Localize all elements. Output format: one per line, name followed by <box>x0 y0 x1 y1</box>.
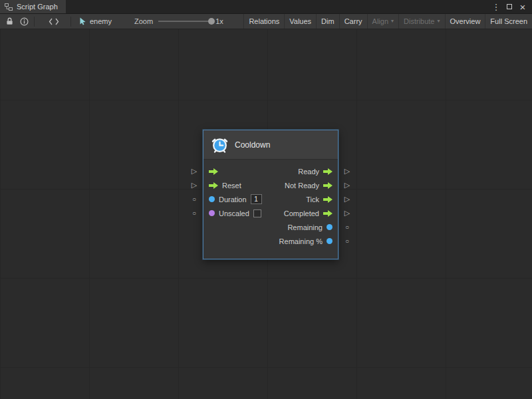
output-connectors <box>342 164 352 248</box>
zoom-label: Zoom <box>134 17 153 25</box>
toolbar-buttons: Relations Values Dim Carry Align Distrib… <box>243 14 532 29</box>
close-icon[interactable] <box>517 1 528 12</box>
window-titlebar: Script Graph <box>0 0 532 14</box>
value-port-icon <box>327 238 332 244</box>
reset-input-port[interactable]: Reset <box>209 182 241 190</box>
port-label: Not Ready <box>285 182 319 190</box>
duration-value-field[interactable] <box>251 194 262 204</box>
lock-glyph <box>6 17 13 25</box>
tab-label: Script Graph <box>17 3 58 11</box>
unscaled-checkbox[interactable] <box>253 209 261 217</box>
remaining-output-port[interactable]: Remaining <box>287 223 332 231</box>
graph-toolbar: enemy Zoom 1x Relations Values Dim Carry… <box>0 14 532 29</box>
carry-button[interactable]: Carry <box>339 14 367 29</box>
window-controls <box>491 0 532 13</box>
pointer-icon <box>79 17 86 25</box>
remaining-percent-output-connector-icon[interactable] <box>342 234 352 248</box>
node-header[interactable]: Cooldown <box>203 130 338 160</box>
flow-arrow-icon <box>209 168 218 175</box>
not-ready-output-port[interactable]: Not Ready <box>285 182 332 190</box>
flow-arrow-icon <box>323 168 332 175</box>
port-row: Remaining % <box>203 234 338 248</box>
values-button[interactable]: Values <box>284 14 316 29</box>
port-row: Remaining <box>203 220 338 234</box>
info-icon[interactable] <box>17 14 31 29</box>
info-glyph <box>20 17 29 26</box>
reset-input-connector-icon[interactable] <box>189 178 200 192</box>
node-body: Ready Reset Not Ready Durati <box>203 160 338 259</box>
alarm-clock-icon <box>211 136 229 154</box>
port-label: Remaining % <box>279 237 323 245</box>
maximize-icon[interactable] <box>504 1 515 12</box>
port-label: Completed <box>284 209 319 217</box>
node-title: Cooldown <box>235 140 270 150</box>
zoom-slider[interactable] <box>158 21 213 22</box>
graph-canvas[interactable]: Cooldown Ready Reset <box>0 29 532 399</box>
relations-button[interactable]: Relations <box>243 14 284 29</box>
toolbar-divider <box>70 17 71 27</box>
port-row: Ready <box>203 164 338 178</box>
value-port-icon <box>209 196 215 202</box>
port-label: Unscaled <box>219 209 249 217</box>
completed-output-connector-icon[interactable] <box>342 206 352 220</box>
ready-output-connector-icon[interactable] <box>342 164 352 178</box>
ready-output-port[interactable]: Ready <box>298 168 332 176</box>
zoom-value: 1x <box>215 17 223 25</box>
flow-input-port[interactable] <box>209 168 218 175</box>
align-dropdown-button[interactable]: Align <box>367 14 398 29</box>
distribute-dropdown-button[interactable]: Distribute <box>398 14 444 29</box>
lock-icon[interactable] <box>2 14 17 29</box>
value-port-icon <box>327 224 332 230</box>
toolbar-divider <box>34 17 35 27</box>
tick-output-connector-icon[interactable] <box>342 192 352 206</box>
remaining-percent-output-port[interactable]: Remaining % <box>279 237 332 245</box>
cooldown-node[interactable]: Cooldown Ready Reset <box>203 130 338 259</box>
port-label: Remaining <box>287 223 323 231</box>
graph-reference[interactable]: enemy <box>79 17 112 25</box>
not-ready-output-connector-icon[interactable] <box>342 178 352 192</box>
dim-button[interactable]: Dim <box>316 14 339 29</box>
code-view-icon[interactable] <box>47 14 61 29</box>
unscaled-input-port[interactable]: Unscaled <box>209 209 261 217</box>
completed-output-port[interactable]: Completed <box>284 209 332 217</box>
duration-input-port[interactable]: Duration <box>209 194 262 204</box>
graph-name-label: enemy <box>90 17 112 25</box>
flow-arrow-icon <box>209 182 218 189</box>
port-label: Duration <box>219 196 247 203</box>
input-connectors <box>189 164 200 220</box>
remaining-output-connector-icon[interactable] <box>342 220 352 234</box>
window-menu-icon[interactable] <box>491 1 501 12</box>
port-label: Ready <box>298 168 319 176</box>
port-label: Reset <box>222 182 241 190</box>
port-label: Tick <box>306 196 319 203</box>
flow-arrow-icon <box>323 196 332 203</box>
duration-input-connector-icon[interactable] <box>189 192 200 206</box>
value-port-icon <box>209 210 215 216</box>
unscaled-input-connector-icon[interactable] <box>189 206 200 220</box>
port-row: Unscaled Completed <box>203 206 338 220</box>
flow-arrow-icon <box>323 210 332 217</box>
fullscreen-button[interactable]: Full Screen <box>485 14 532 29</box>
flow-input-connector-icon[interactable] <box>189 164 200 178</box>
tick-output-port[interactable]: Tick <box>306 196 332 203</box>
zoom-slider-handle[interactable] <box>208 18 215 25</box>
script-graph-icon <box>5 3 13 11</box>
tab-script-graph[interactable]: Script Graph <box>0 0 66 13</box>
port-row: Reset Not Ready <box>203 178 338 192</box>
port-row: Duration Tick <box>203 192 338 206</box>
flow-arrow-icon <box>323 182 332 189</box>
overview-button[interactable]: Overview <box>445 14 485 29</box>
code-glyph <box>49 18 59 25</box>
